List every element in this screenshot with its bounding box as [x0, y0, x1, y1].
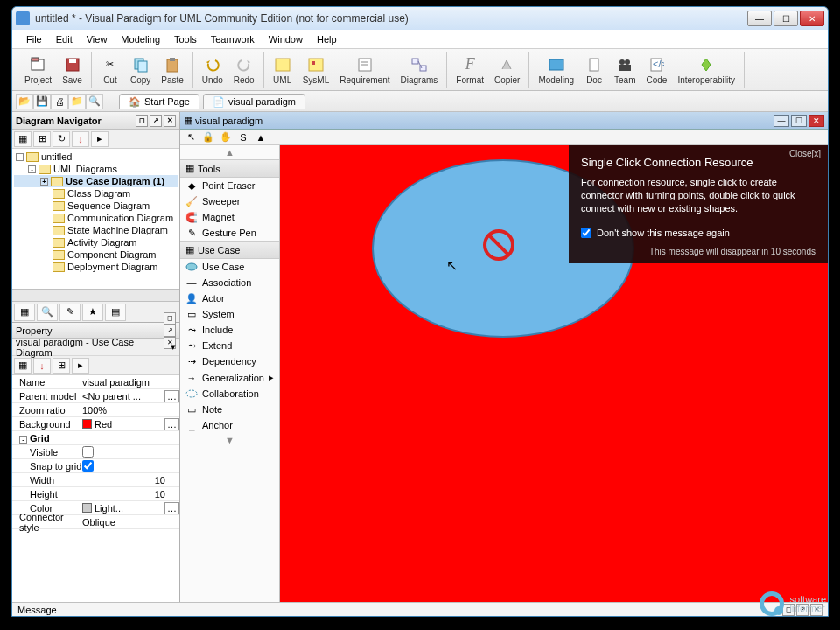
prop-row-connector[interactable]: Connector styleOblique	[12, 515, 179, 529]
tree-item-activity[interactable]: Activity Diagram	[14, 236, 178, 248]
menu-help[interactable]: Help	[310, 32, 344, 46]
palette-dependency[interactable]: ⇢Dependency	[180, 354, 279, 369]
save-button[interactable]: Save	[57, 53, 88, 87]
minimize-button[interactable]: —	[747, 10, 772, 26]
diagram-canvas[interactable]: ↖ Close[x] Single Click Connection Resou…	[280, 145, 828, 602]
copy-button[interactable]: Copy	[125, 53, 156, 87]
modeling-button[interactable]: Modeling	[533, 53, 579, 87]
palette-magnet[interactable]: 🧲Magnet	[180, 209, 279, 225]
format-button[interactable]: FFormat	[451, 53, 489, 87]
nav-print-icon[interactable]: 🖨	[51, 94, 68, 109]
palette-extend[interactable]: ⤳Extend	[180, 338, 279, 354]
menu-edit[interactable]: Edit	[49, 32, 80, 46]
mid-star-icon[interactable]: ★	[82, 304, 103, 321]
prop-row-snap[interactable]: Snap to grid	[12, 459, 179, 473]
prop-row-height[interactable]: Height10	[12, 487, 179, 501]
tree-group-uml[interactable]: -UML Diagrams	[14, 163, 178, 175]
pan-icon[interactable]: ✋	[219, 131, 233, 144]
prop-row-parent[interactable]: Parent model<No parent ...…	[12, 389, 179, 403]
palette-up-icon[interactable]: ▲	[180, 145, 279, 159]
close-button[interactable]: ✕	[800, 10, 824, 26]
palette-actor[interactable]: 👤Actor	[180, 290, 279, 306]
tree-item-communication[interactable]: Communication Diagram	[14, 212, 178, 224]
palette-down-icon[interactable]: ▼	[180, 433, 279, 447]
menu-teamwork[interactable]: Teamwork	[204, 32, 262, 46]
nav-expand-icon[interactable]: ▸	[91, 131, 108, 147]
palette-collaboration[interactable]: Collaboration	[180, 386, 279, 402]
tree-item-component[interactable]: Component Diagram	[14, 248, 178, 261]
menu-tools[interactable]: Tools	[167, 32, 204, 46]
code-button[interactable]: </>Code	[640, 53, 672, 87]
interoperability-button[interactable]: Interoperability	[672, 53, 740, 87]
tooltip-close-button[interactable]: Close[x]	[789, 149, 821, 158]
prop-sort-icon[interactable]: ↓	[33, 358, 51, 374]
visible-checkbox[interactable]	[82, 446, 94, 458]
palette-sweeper[interactable]: 🧹Sweeper	[180, 193, 279, 209]
palette-use-case[interactable]: Use Case	[180, 259, 279, 275]
prop-dock-icon[interactable]: ↗	[164, 325, 176, 337]
lock-icon[interactable]: 🔒	[201, 131, 215, 144]
prop-row-grid[interactable]: -Grid	[12, 431, 179, 445]
cut-button[interactable]: ✂Cut	[95, 53, 125, 87]
paste-button[interactable]: Paste	[156, 53, 189, 87]
tooltip-dont-show[interactable]: Don't show this message again	[581, 228, 816, 238]
redo-button[interactable]: Redo	[228, 53, 260, 87]
palette-gesture-pen[interactable]: ✎Gesture Pen	[180, 225, 279, 241]
panel-close-icon[interactable]: ✕	[164, 115, 176, 127]
panel-dock-icon[interactable]: ↗	[150, 115, 162, 127]
tab-visual-paradigm[interactable]: 📄visual paradigm	[203, 94, 305, 109]
mid-zoom-icon[interactable]: 🔍	[37, 304, 58, 321]
requirement-button[interactable]: Requirement	[334, 53, 395, 87]
canvas-close-icon[interactable]: ✕	[808, 115, 824, 127]
uml-button[interactable]: UML	[268, 53, 298, 87]
tab-start-page[interactable]: 🏠Start Page	[119, 94, 200, 109]
palette-anchor[interactable]: ⎯Anchor	[180, 417, 279, 433]
palette-system[interactable]: ▭System	[180, 306, 279, 322]
panel-pin-icon[interactable]: ◻	[136, 115, 148, 127]
pointer-icon[interactable]: ↖	[184, 131, 198, 144]
tree-item-use-case[interactable]: +Use Case Diagram (1)	[14, 175, 178, 187]
menu-window[interactable]: Window	[262, 32, 310, 46]
mid-edit-icon[interactable]: ✎	[60, 304, 80, 321]
palette-note[interactable]: ▭Note	[180, 402, 279, 417]
project-button[interactable]: Project	[19, 53, 57, 87]
palette-include[interactable]: ⤳Include	[180, 322, 279, 338]
prop-row-zoom[interactable]: Zoom ratio100%	[12, 403, 179, 417]
tree-scrollbar[interactable]	[12, 289, 179, 301]
snap-checkbox[interactable]	[82, 460, 94, 472]
team-button[interactable]: Team	[609, 53, 640, 87]
tree-item-class[interactable]: Class Diagram	[14, 187, 178, 200]
tree-item-sequence[interactable]: Sequence Diagram	[14, 200, 178, 212]
tool-triangle-icon[interactable]: ▲	[254, 131, 268, 144]
canvas-minimize-icon[interactable]: —	[774, 115, 789, 127]
prop-expand-icon[interactable]: ▸	[72, 358, 89, 374]
nav-folder-icon[interactable]: 📁	[68, 94, 86, 109]
prop-cat-icon[interactable]: ▦	[14, 358, 32, 374]
menu-file[interactable]: File	[19, 32, 49, 46]
nav-new-icon[interactable]: ▦	[14, 131, 32, 147]
palette-usecase-header[interactable]: ▦Use Case	[180, 241, 279, 259]
tree-root[interactable]: -untitled	[14, 150, 178, 163]
canvas-maximize-icon[interactable]: ☐	[791, 115, 807, 127]
prop-pin-icon[interactable]: ◻	[164, 312, 176, 325]
msg-pin-icon[interactable]: ◻	[782, 604, 794, 616]
undo-button[interactable]: Undo	[197, 53, 228, 87]
tree-item-deployment[interactable]: Deployment Diagram	[14, 261, 178, 273]
doc-button[interactable]: Doc	[579, 53, 609, 87]
property-selector[interactable]: visual paradigm - Use Case Diagram▾	[12, 339, 179, 356]
palette-tools-header[interactable]: ▦Tools	[180, 159, 279, 178]
prop-row-name[interactable]: Namevisual paradigm	[12, 375, 179, 389]
msg-dock-icon[interactable]: ↗	[796, 604, 808, 616]
prop-row-width[interactable]: Width10	[12, 473, 179, 487]
sysml-button[interactable]: SysML	[298, 53, 335, 87]
diagrams-button[interactable]: Diagrams	[396, 53, 444, 87]
dont-show-checkbox[interactable]	[581, 228, 592, 238]
menu-modeling[interactable]: Modeling	[114, 32, 167, 46]
palette-point-eraser[interactable]: ◆Point Eraser	[180, 178, 279, 193]
tool-s[interactable]: S	[236, 131, 250, 144]
nav-tree-icon[interactable]: ⊞	[33, 131, 51, 147]
nav-refresh-icon[interactable]: ↻	[52, 131, 70, 147]
palette-generalization[interactable]: →Generalization▸	[180, 369, 279, 386]
nav-open-icon[interactable]: 📂	[16, 94, 33, 109]
nav-search-icon[interactable]: 🔍	[86, 94, 103, 109]
